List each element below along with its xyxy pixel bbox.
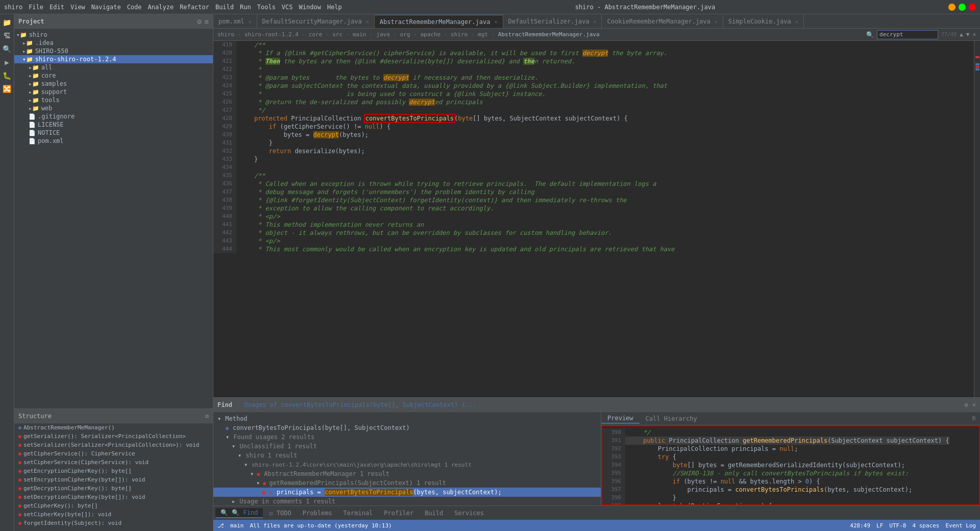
bottom-tab-profiler[interactable]: Profiler <box>379 509 419 518</box>
find-icon[interactable]: 🔍 <box>1 43 13 55</box>
menu-view[interactable]: View <box>70 4 85 11</box>
tree-item-license[interactable]: 📄 LICENSE <box>14 120 213 129</box>
structure-item-setdecryptionkey[interactable]: ● setDecryptionCipherKey(byte[]): void <box>14 493 213 501</box>
structure-item-getdecryptionkey[interactable]: ● getDecryptionCipherKey(): byte[] <box>14 484 213 493</box>
structure-item-getencryptionkey[interactable]: ● getEncryptionCipherKey(): byte[] <box>14 467 213 475</box>
run-icon[interactable]: ▶ <box>1 56 13 68</box>
find-item-class[interactable]: ▾ ● AbstractRememberMeManager 1 result <box>213 469 601 478</box>
structure-item-constructor[interactable]: ● AbstractRememberMeManager() <box>14 423 213 432</box>
project-icon[interactable]: 📁 <box>1 16 13 29</box>
code-line-429: 429 if (getCipherService() != null) { <box>213 123 974 131</box>
minimize-button[interactable] <box>948 4 955 11</box>
menu-help[interactable]: Help <box>327 4 342 11</box>
structure-item-setencryptionkey[interactable]: ● setEncryptionCipherKey(byte[]): void <box>14 475 213 484</box>
search-prev-button[interactable]: ▲ <box>960 31 963 38</box>
bottom-tab-todo[interactable]: ☑ TODO <box>264 509 296 518</box>
find-close-icon[interactable]: × <box>972 401 976 408</box>
maximize-button[interactable] <box>959 4 966 11</box>
tab-preview[interactable]: Preview <box>601 414 640 424</box>
bottom-tab-problems[interactable]: Problems <box>298 509 337 518</box>
bottom-tab-terminal[interactable]: Terminal <box>338 509 378 518</box>
method-icon: ● <box>18 494 21 500</box>
tab-call-hierarchy[interactable]: Call Hierarchy <box>640 414 703 423</box>
tree-item-samples[interactable]: ▸📁 samples <box>14 80 213 88</box>
close-button[interactable] <box>969 4 976 11</box>
tree-item-shiro550[interactable]: ▸📁 SHIRO-550 <box>14 47 213 55</box>
menu-run[interactable]: Run <box>240 4 251 11</box>
tab-cookieremember[interactable]: CookieRememberMeManager.java ✕ <box>602 15 723 28</box>
structure-item-setcipherkey[interactable]: ● setCipherKey(byte[]): void <box>14 510 213 519</box>
tab-pom[interactable]: pom.xml ✕ <box>213 15 257 28</box>
tab-defaultsecurity[interactable]: DefaultSecurityManager.java ✕ <box>257 15 375 28</box>
code-editor[interactable]: 419 /** 420 * If a {@link #getCipherServ… <box>213 41 974 397</box>
structure-item-getcipherservice[interactable]: ● getCipherService(): CipherService <box>14 449 213 458</box>
find-item-shiro[interactable]: ▾ shiro 1 result <box>213 451 601 460</box>
tree-item-support[interactable]: ▸📁 support <box>14 88 213 96</box>
tab-defaultserializer[interactable]: DefaultSerializer.java ✕ <box>503 15 602 28</box>
menu-analyze[interactable]: Analyze <box>148 4 174 11</box>
menu-code[interactable]: Code <box>127 4 142 11</box>
find-item-usage-in-comments[interactable]: ▸ Usage in comments 1 result <box>213 497 601 505</box>
structure-item-setserializer[interactable]: ● setSerializer(Serializer<PrincipalColl… <box>14 441 213 449</box>
find-preview[interactable]: 390 */ 391 public PrincipalCollection ge… <box>601 425 980 505</box>
debug-icon[interactable]: 🐛 <box>1 69 13 82</box>
menu-bar[interactable]: shiro File Edit View Navigate Code Analy… <box>4 4 342 11</box>
code-line-419: 419 /** <box>213 41 974 49</box>
structure-item-getcipherkey[interactable]: ● getCipherKey(): byte[] <box>14 501 213 510</box>
project-header: Project ⚙ ≡ <box>14 14 213 29</box>
find-item-usage-line[interactable]: ■ ► principals = convertBytesToPrincipal… <box>213 488 601 497</box>
find-item-method[interactable]: ▾ Method <box>213 414 601 423</box>
copy-icon[interactable]: ⎘ <box>968 414 980 423</box>
tab-defaultsecurity-close[interactable]: ✕ <box>366 19 369 25</box>
structure-item-getserializer[interactable]: ● getSerializer(): Serializer<PrincipalC… <box>14 432 213 441</box>
tab-simplecookie[interactable]: SimpleCookie.java ✕ <box>723 15 804 28</box>
structure-item-setcipherservice[interactable]: ● setCipherService(CipherService): void <box>14 458 213 467</box>
structure-item-forgetidentity[interactable]: ● forgetIdentity(Subject): void <box>14 519 213 527</box>
tab-abstractremember[interactable]: AbstractRememberMeManager.java ✕ <box>375 15 503 28</box>
structure-icon[interactable]: 🏗 <box>1 30 13 42</box>
find-item-method-item[interactable]: ▾ ● getRememberedPrincipals(SubjectConte… <box>213 478 601 488</box>
event-log-label[interactable]: Event Log <box>945 522 976 529</box>
project-settings-icon[interactable]: ⚙ <box>197 17 201 26</box>
tree-item-tools[interactable]: ▸📁 tools <box>14 96 213 104</box>
find-item-found[interactable]: ● convertBytesToPrincipals(byte[], Subje… <box>213 423 601 432</box>
find-settings-icon[interactable]: ⚙ <box>965 401 968 408</box>
bottom-tab-services[interactable]: Services <box>449 509 489 518</box>
find-item-unclassified[interactable]: ▾ Unclassified 1 result <box>213 442 601 451</box>
preview-line-394: 394 byte[] bytes = getRememberedSerializ… <box>602 461 979 469</box>
tree-item-gitignore[interactable]: 📄 .gitignore <box>14 112 213 120</box>
menu-window[interactable]: Window <box>299 4 321 11</box>
bottom-tab-build[interactable]: Build <box>420 509 448 518</box>
tab-defaultserializer-close[interactable]: ✕ <box>593 19 596 25</box>
find-item-shiro-root[interactable]: ▾ shiro-root-1.2.4\core\src\main\java\or… <box>213 460 601 469</box>
tab-abstractremember-close[interactable]: ✕ <box>494 19 497 25</box>
bottom-tab-find[interactable]: 🔍 🔍 Find <box>215 508 263 518</box>
menu-navigate[interactable]: Navigate <box>91 4 121 11</box>
tab-pom-close[interactable]: ✕ <box>249 19 252 25</box>
search-next-button[interactable]: ▼ <box>966 31 970 38</box>
tree-item-pom[interactable]: 📄 pom.xml <box>14 137 213 145</box>
tab-cookieremember-close[interactable]: ✕ <box>715 19 718 25</box>
project-sort-icon[interactable]: ≡ <box>205 17 209 26</box>
tree-item-shiro-root[interactable]: ▾📁 shiro-shiro-root-1.2.4 <box>14 55 213 63</box>
menu-build[interactable]: Build <box>215 4 234 11</box>
tree-item-idea[interactable]: ▸📁 .idea <box>14 39 213 47</box>
menu-file[interactable]: File <box>29 4 43 11</box>
tree-item-all[interactable]: ▸📁 all <box>14 63 213 71</box>
menu-tools[interactable]: Tools <box>257 4 276 11</box>
structure-settings-icon[interactable]: ⚙ <box>205 413 209 420</box>
tree-item-shiro[interactable]: ▾📁 shiro <box>14 31 213 39</box>
tree-item-notice[interactable]: 📄 NOTICE <box>14 129 213 137</box>
menu-edit[interactable]: Edit <box>50 4 64 11</box>
git-icon[interactable]: 🔀 <box>1 83 13 95</box>
find-item-found-usages[interactable]: ▾ Found usages 2 results <box>213 432 601 442</box>
tree-item-core[interactable]: ▸📁 core <box>14 71 213 80</box>
menu-vcs[interactable]: VCS <box>282 4 293 11</box>
window-controls[interactable] <box>948 4 976 11</box>
search-close-button[interactable]: ✕ <box>972 31 976 38</box>
tab-simplecookie-close[interactable]: ✕ <box>795 19 798 25</box>
search-input[interactable] <box>877 30 938 39</box>
menu-refactor[interactable]: Refactor <box>180 4 209 11</box>
tree-item-web[interactable]: ▸📁 web <box>14 104 213 112</box>
menu-shiro[interactable]: shiro <box>4 4 22 11</box>
